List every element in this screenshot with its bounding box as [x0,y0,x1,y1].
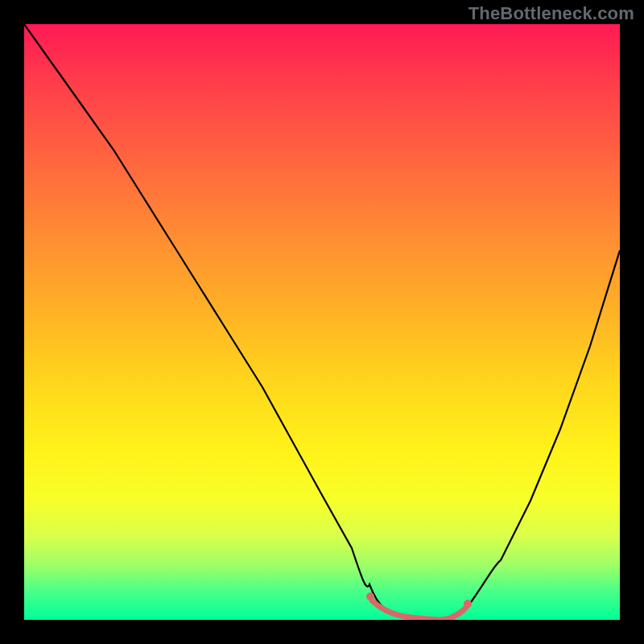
watermark-text: TheBottleneck.com [469,3,634,24]
curve-layer [24,24,620,620]
bottleneck-curve [24,24,620,620]
accent-dot-right [464,600,472,608]
chart-stage: TheBottleneck.com [0,0,644,644]
plot-area [24,24,620,620]
accent-valley [372,601,468,620]
